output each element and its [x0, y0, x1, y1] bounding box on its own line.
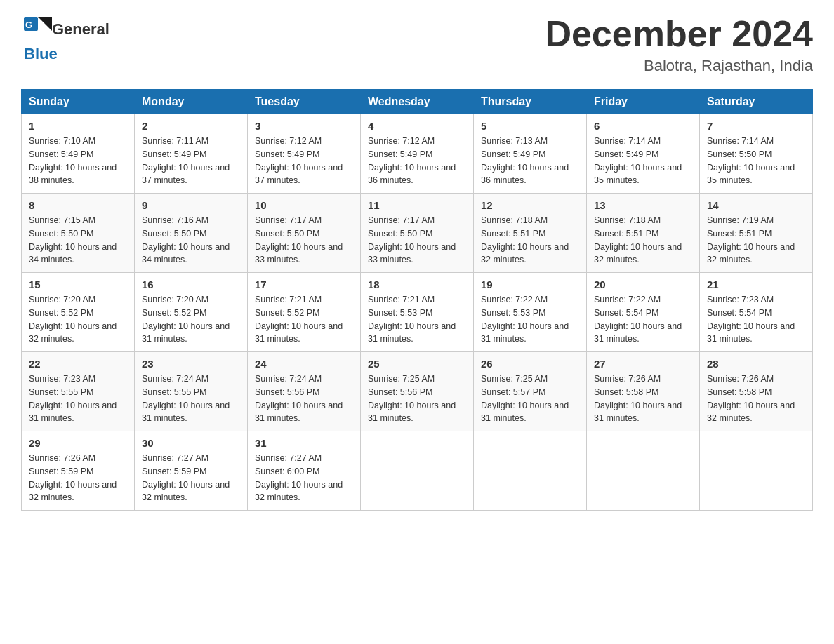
calendar-cell: 24 Sunrise: 7:24 AMSunset: 5:56 PMDaylig…: [248, 352, 361, 431]
day-header-thursday: Thursday: [474, 90, 587, 114]
day-number: 31: [255, 437, 353, 449]
day-info: Sunrise: 7:19 AMSunset: 5:51 PMDaylight:…: [707, 215, 795, 264]
day-number: 18: [368, 279, 466, 290]
day-number: 15: [29, 279, 127, 290]
logo-line1: G General: [21, 14, 110, 45]
day-info: Sunrise: 7:18 AMSunset: 5:51 PMDaylight:…: [481, 215, 569, 264]
logo-blue-text: Blue: [24, 45, 58, 63]
day-number: 12: [481, 199, 579, 211]
calendar-cell: 23 Sunrise: 7:24 AMSunset: 5:55 PMDaylig…: [135, 352, 248, 431]
day-number: 4: [368, 120, 466, 132]
day-number: 6: [594, 120, 692, 132]
calendar-cell: 8 Sunrise: 7:15 AMSunset: 5:50 PMDayligh…: [22, 194, 135, 273]
day-info: Sunrise: 7:26 AMSunset: 5:59 PMDaylight:…: [29, 453, 117, 502]
calendar-week-row: 22 Sunrise: 7:23 AMSunset: 5:55 PMDaylig…: [22, 352, 813, 431]
calendar-cell: 3 Sunrise: 7:12 AMSunset: 5:49 PMDayligh…: [248, 114, 361, 194]
day-number: 11: [368, 199, 466, 211]
calendar-cell: 4 Sunrise: 7:12 AMSunset: 5:49 PMDayligh…: [361, 114, 474, 194]
day-info: Sunrise: 7:26 AMSunset: 5:58 PMDaylight:…: [707, 374, 795, 423]
calendar-header-row: SundayMondayTuesdayWednesdayThursdayFrid…: [22, 90, 813, 114]
day-info: Sunrise: 7:15 AMSunset: 5:50 PMDaylight:…: [29, 215, 117, 264]
day-number: 20: [594, 279, 692, 290]
day-number: 25: [368, 358, 466, 370]
day-info: Sunrise: 7:25 AMSunset: 5:56 PMDaylight:…: [368, 374, 456, 423]
calendar-week-row: 29 Sunrise: 7:26 AMSunset: 5:59 PMDaylig…: [22, 431, 813, 511]
calendar-cell: 31 Sunrise: 7:27 AMSunset: 6:00 PMDaylig…: [248, 431, 361, 511]
day-number: 28: [707, 358, 805, 370]
day-info: Sunrise: 7:27 AMSunset: 5:59 PMDaylight:…: [142, 453, 230, 502]
calendar-cell: 16 Sunrise: 7:20 AMSunset: 5:52 PMDaylig…: [135, 273, 248, 352]
day-number: 26: [481, 358, 579, 370]
day-info: Sunrise: 7:12 AMSunset: 5:49 PMDaylight:…: [368, 136, 456, 185]
calendar-week-row: 8 Sunrise: 7:15 AMSunset: 5:50 PMDayligh…: [22, 194, 813, 273]
calendar-cell: 10 Sunrise: 7:17 AMSunset: 5:50 PMDaylig…: [248, 194, 361, 273]
day-number: 1: [29, 120, 127, 132]
day-number: 2: [142, 120, 240, 132]
calendar-cell: [700, 431, 813, 511]
calendar-cell: 30 Sunrise: 7:27 AMSunset: 5:59 PMDaylig…: [135, 431, 248, 511]
day-info: Sunrise: 7:17 AMSunset: 5:50 PMDaylight:…: [368, 215, 456, 264]
day-number: 23: [142, 358, 240, 370]
calendar-cell: 7 Sunrise: 7:14 AMSunset: 5:50 PMDayligh…: [700, 114, 813, 194]
calendar-cell: 25 Sunrise: 7:25 AMSunset: 5:56 PMDaylig…: [361, 352, 474, 431]
day-header-friday: Friday: [587, 90, 700, 114]
calendar-cell: [361, 431, 474, 511]
day-info: Sunrise: 7:26 AMSunset: 5:58 PMDaylight:…: [594, 374, 682, 423]
title-area: December 2024 Balotra, Rajasthan, India: [545, 14, 813, 75]
calendar-cell: 19 Sunrise: 7:22 AMSunset: 5:53 PMDaylig…: [474, 273, 587, 352]
day-info: Sunrise: 7:27 AMSunset: 6:00 PMDaylight:…: [255, 453, 343, 502]
calendar-cell: [587, 431, 700, 511]
calendar-cell: 11 Sunrise: 7:17 AMSunset: 5:50 PMDaylig…: [361, 194, 474, 273]
day-info: Sunrise: 7:13 AMSunset: 5:49 PMDaylight:…: [481, 136, 569, 185]
day-info: Sunrise: 7:23 AMSunset: 5:54 PMDaylight:…: [707, 295, 795, 344]
day-info: Sunrise: 7:21 AMSunset: 5:53 PMDaylight:…: [368, 295, 456, 344]
day-info: Sunrise: 7:22 AMSunset: 5:53 PMDaylight:…: [481, 295, 569, 344]
day-number: 21: [707, 279, 805, 290]
day-info: Sunrise: 7:24 AMSunset: 5:55 PMDaylight:…: [142, 374, 230, 423]
day-info: Sunrise: 7:16 AMSunset: 5:50 PMDaylight:…: [142, 215, 230, 264]
day-header-monday: Monday: [135, 90, 248, 114]
calendar-cell: 12 Sunrise: 7:18 AMSunset: 5:51 PMDaylig…: [474, 194, 587, 273]
calendar-cell: 22 Sunrise: 7:23 AMSunset: 5:55 PMDaylig…: [22, 352, 135, 431]
day-info: Sunrise: 7:20 AMSunset: 5:52 PMDaylight:…: [29, 295, 117, 344]
day-number: 9: [142, 199, 240, 211]
calendar-cell: 9 Sunrise: 7:16 AMSunset: 5:50 PMDayligh…: [135, 194, 248, 273]
day-info: Sunrise: 7:22 AMSunset: 5:54 PMDaylight:…: [594, 295, 682, 344]
calendar-cell: 26 Sunrise: 7:25 AMSunset: 5:57 PMDaylig…: [474, 352, 587, 431]
day-number: 7: [707, 120, 805, 132]
day-number: 29: [29, 437, 127, 449]
day-number: 27: [594, 358, 692, 370]
day-number: 16: [142, 279, 240, 290]
day-info: Sunrise: 7:20 AMSunset: 5:52 PMDaylight:…: [142, 295, 230, 344]
calendar-cell: 1 Sunrise: 7:10 AMSunset: 5:49 PMDayligh…: [22, 114, 135, 194]
location-subtitle: Balotra, Rajasthan, India: [545, 57, 813, 75]
logo-general-text: General: [52, 21, 110, 38]
month-year-title: December 2024: [545, 14, 813, 54]
day-number: 10: [255, 199, 353, 211]
day-number: 24: [255, 358, 353, 370]
day-number: 3: [255, 120, 353, 132]
calendar-table: SundayMondayTuesdayWednesdayThursdayFrid…: [21, 89, 813, 511]
day-info: Sunrise: 7:18 AMSunset: 5:51 PMDaylight:…: [594, 215, 682, 264]
day-info: Sunrise: 7:17 AMSunset: 5:50 PMDaylight:…: [255, 215, 343, 264]
day-number: 19: [481, 279, 579, 290]
day-number: 13: [594, 199, 692, 211]
day-info: Sunrise: 7:25 AMSunset: 5:57 PMDaylight:…: [481, 374, 569, 423]
day-header-wednesday: Wednesday: [361, 90, 474, 114]
calendar-week-row: 1 Sunrise: 7:10 AMSunset: 5:49 PMDayligh…: [22, 114, 813, 194]
day-number: 8: [29, 199, 127, 211]
day-info: Sunrise: 7:14 AMSunset: 5:49 PMDaylight:…: [594, 136, 682, 185]
calendar-cell: 29 Sunrise: 7:26 AMSunset: 5:59 PMDaylig…: [22, 431, 135, 511]
logo-container: G General Blue: [21, 14, 110, 63]
page-header: G General Blue December 2024 Balotra, Ra…: [21, 14, 813, 75]
calendar-cell: 18 Sunrise: 7:21 AMSunset: 5:53 PMDaylig…: [361, 273, 474, 352]
day-info: Sunrise: 7:12 AMSunset: 5:49 PMDaylight:…: [255, 136, 343, 185]
day-info: Sunrise: 7:23 AMSunset: 5:55 PMDaylight:…: [29, 374, 117, 423]
day-info: Sunrise: 7:11 AMSunset: 5:49 PMDaylight:…: [142, 136, 230, 185]
calendar-cell: 13 Sunrise: 7:18 AMSunset: 5:51 PMDaylig…: [587, 194, 700, 273]
calendar-cell: 6 Sunrise: 7:14 AMSunset: 5:49 PMDayligh…: [587, 114, 700, 194]
calendar-week-row: 15 Sunrise: 7:20 AMSunset: 5:52 PMDaylig…: [22, 273, 813, 352]
day-number: 14: [707, 199, 805, 211]
logo-icon: G: [21, 14, 52, 45]
day-number: 22: [29, 358, 127, 370]
